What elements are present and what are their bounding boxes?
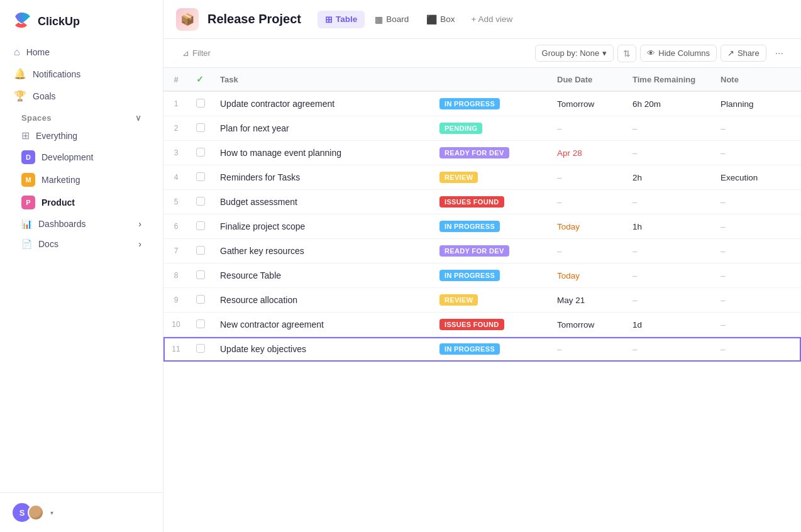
row-checkbox[interactable] <box>189 116 213 141</box>
user-chevron-icon: ▾ <box>50 509 53 516</box>
spaces-header[interactable]: Spaces ∨ <box>8 107 155 125</box>
row-checkbox[interactable] <box>189 239 213 263</box>
row-status: READY FOR DEV <box>432 239 550 263</box>
row-task-name[interactable]: Resource Table <box>213 263 432 288</box>
user-profile-area[interactable]: S ▾ <box>0 492 163 532</box>
row-checkbox[interactable] <box>189 313 213 337</box>
row-status: IN PROGRESS <box>432 263 550 288</box>
row-status: ISSUES FOUND <box>432 190 550 214</box>
sidebar-item-dashboards[interactable]: 📊 Dashboards › <box>15 214 148 234</box>
filter-button[interactable]: ⊿ Filter <box>176 45 217 61</box>
sidebar-item-docs[interactable]: 📄 Docs › <box>15 234 148 254</box>
row-checkbox[interactable] <box>189 337 213 362</box>
sidebar-item-product[interactable]: P Product <box>15 191 148 214</box>
due-date-label: Due Date <box>557 75 592 84</box>
row-task-name[interactable]: Gather key resources <box>213 239 432 263</box>
table-row[interactable]: 11 Update key objectives IN PROGRESS – –… <box>163 337 801 362</box>
tab-box[interactable]: ⬛ Box <box>419 11 462 28</box>
row-num: 7 <box>163 239 189 263</box>
sidebar-item-dashboards-label: Dashboards <box>38 219 86 229</box>
more-options-button[interactable]: ··· <box>770 45 788 62</box>
row-note: Execution <box>713 165 801 190</box>
row-checkbox[interactable] <box>189 288 213 313</box>
row-checkbox[interactable] <box>189 141 213 165</box>
col-num: # <box>163 68 189 91</box>
sort-icon: ⇅ <box>623 48 631 58</box>
sidebar-item-notifications[interactable]: 🔔 Notifications <box>8 63 155 85</box>
row-task-name[interactable]: Plan for next year <box>213 116 432 141</box>
sidebar-item-docs-label: Docs <box>38 239 58 249</box>
row-checkbox[interactable] <box>189 91 213 116</box>
row-task-name[interactable]: Update contractor agreement <box>213 91 432 116</box>
table-row[interactable]: 4 Reminders for Tasks REVIEW – 2h Execut… <box>163 165 801 190</box>
tab-table[interactable]: ⊞ Table <box>318 11 365 28</box>
row-checkbox[interactable] <box>189 214 213 239</box>
toolbar-right: Group by: None ▾ ⇅ 👁 Hide Columns ↗ Shar… <box>535 45 788 62</box>
status-badge: REVIEW <box>439 294 478 306</box>
col-status <box>432 68 550 91</box>
row-due-date: Tomorrow <box>550 313 625 337</box>
row-task-name[interactable]: How to manage event planning <box>213 141 432 165</box>
tab-board-label: Board <box>386 14 409 24</box>
add-view-button[interactable]: + Add view <box>465 11 519 28</box>
checkbox-icon <box>196 148 205 157</box>
sidebar-item-everything[interactable]: ⊞ Everything <box>15 125 148 146</box>
sidebar-item-development-label: Development <box>41 152 94 162</box>
spaces-chevron-icon: ∨ <box>135 113 141 123</box>
row-task-name[interactable]: New contractor agreement <box>213 313 432 337</box>
group-by-button[interactable]: Group by: None ▾ <box>535 45 614 62</box>
row-time-remaining: – <box>625 116 713 141</box>
table-row[interactable]: 7 Gather key resources READY FOR DEV – –… <box>163 239 801 263</box>
checkbox-icon <box>196 172 205 181</box>
table-row[interactable]: 10 New contractor agreement ISSUES FOUND… <box>163 313 801 337</box>
checkbox-icon <box>196 295 205 304</box>
logo-area[interactable]: ClickUp <box>0 0 163 39</box>
checkbox-icon <box>196 270 205 279</box>
sidebar-item-home[interactable]: ⌂ Home <box>8 42 155 63</box>
row-status: IN PROGRESS <box>432 337 550 362</box>
row-checkbox[interactable] <box>189 190 213 214</box>
row-checkbox[interactable] <box>189 263 213 288</box>
row-num: 4 <box>163 165 189 190</box>
row-task-name[interactable]: Resource allocation <box>213 288 432 313</box>
table-row[interactable]: 1 Update contractor agreement IN PROGRES… <box>163 91 801 116</box>
sidebar-item-goals[interactable]: 🏆 Goals <box>8 85 155 107</box>
project-icon: 📦 <box>176 8 199 31</box>
table-row[interactable]: 3 How to manage event planning READY FOR… <box>163 141 801 165</box>
row-note: – <box>713 313 801 337</box>
row-task-name[interactable]: Budget assessment <box>213 190 432 214</box>
sort-button[interactable]: ⇅ <box>617 45 636 62</box>
row-num: 3 <box>163 141 189 165</box>
row-due-date: Tomorrow <box>550 91 625 116</box>
row-task-name[interactable]: Update key objectives <box>213 337 432 362</box>
row-time-remaining: 1h <box>625 214 713 239</box>
app-logo-text: ClickUp <box>38 15 80 28</box>
row-time-remaining: 6h 20m <box>625 91 713 116</box>
sidebar-item-marketing[interactable]: M Marketing <box>15 169 148 191</box>
row-time-remaining: – <box>625 288 713 313</box>
table-row[interactable]: 9 Resource allocation REVIEW May 21 – – <box>163 288 801 313</box>
table-row[interactable]: 8 Resource Table IN PROGRESS Today – – <box>163 263 801 288</box>
row-task-name[interactable]: Reminders for Tasks <box>213 165 432 190</box>
share-button[interactable]: ↗ Share <box>721 45 766 62</box>
checkbox-icon <box>196 197 205 206</box>
checkbox-icon <box>196 319 205 328</box>
hide-columns-button[interactable]: 👁 Hide Columns <box>640 45 717 62</box>
status-badge: PENDING <box>439 123 482 134</box>
row-num: 9 <box>163 288 189 313</box>
board-tab-icon: ▦ <box>375 14 383 25</box>
row-checkbox[interactable] <box>189 165 213 190</box>
time-remaining-label: Time Remaining <box>633 75 695 84</box>
table-row[interactable]: 6 Finalize project scope IN PROGRESS Tod… <box>163 214 801 239</box>
sidebar-item-notifications-label: Notifications <box>33 69 80 79</box>
sidebar-item-development[interactable]: D Development <box>15 146 148 169</box>
row-task-name[interactable]: Finalize project scope <box>213 214 432 239</box>
row-num: 1 <box>163 91 189 116</box>
share-label: Share <box>737 48 760 58</box>
row-note: – <box>713 239 801 263</box>
table-row[interactable]: 5 Budget assessment ISSUES FOUND – – – <box>163 190 801 214</box>
table-row[interactable]: 2 Plan for next year PENDING – – – <box>163 116 801 141</box>
row-status: REVIEW <box>432 288 550 313</box>
col-note: Note <box>713 68 801 91</box>
tab-board[interactable]: ▦ Board <box>367 11 416 28</box>
